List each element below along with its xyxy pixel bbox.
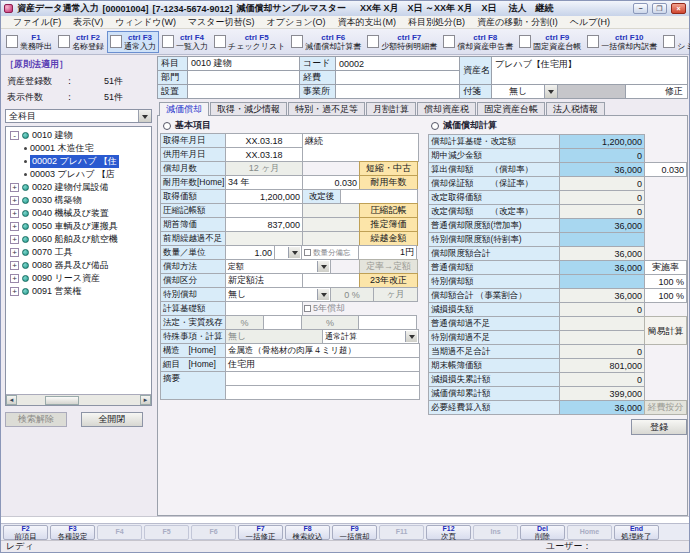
- register-button[interactable]: 登録: [631, 419, 687, 435]
- tree-item[interactable]: + 0020 建物付属設備: [8, 181, 151, 194]
- tree-item[interactable]: - 0010 建物: [8, 129, 151, 142]
- ordinary-limit-value[interactable]: 36,000: [559, 218, 645, 233]
- tab[interactable]: 月割計算: [366, 102, 416, 115]
- shortened-used-button[interactable]: 短縮・中古: [359, 161, 418, 176]
- structure-value[interactable]: 金属造（骨格材の肉厚４ミリ超）: [225, 343, 420, 358]
- tree-expand-icon[interactable]: +: [10, 235, 19, 244]
- edit-mode-label[interactable]: 修正: [626, 85, 687, 98]
- location-value[interactable]: [188, 85, 300, 99]
- tree-item[interactable]: + 0090 リース資産: [8, 272, 151, 285]
- rate-to-straight-button[interactable]: 定率→定額: [359, 259, 418, 274]
- subject-value[interactable]: 0010 建物: [188, 57, 300, 71]
- toolbar-button[interactable]: ctrl F3 通常入力: [107, 31, 159, 53]
- special-dep-value[interactable]: [559, 274, 645, 289]
- menu-item[interactable]: ファイル(F): [7, 16, 67, 29]
- h23-revision-button[interactable]: 23年改正: [359, 273, 418, 288]
- toolbar-button[interactable]: ctrl F8 償却資産申告書: [440, 31, 516, 53]
- function-key-button[interactable]: Ins: [473, 525, 518, 540]
- restore-button[interactable]: ❐: [652, 3, 667, 14]
- toolbar-button[interactable]: ctrl F11 シミュレーションリスト: [660, 31, 690, 53]
- checkbox-icon[interactable]: [304, 249, 311, 256]
- tree-expand-icon[interactable]: +: [10, 196, 19, 205]
- begin-book-value[interactable]: 837,000: [225, 217, 303, 232]
- tree-item[interactable]: 00001 木造住宅: [8, 142, 151, 155]
- tree-item[interactable]: + 0091 営業権: [8, 285, 151, 298]
- use-date-value[interactable]: XX.03.18: [225, 147, 303, 162]
- toolbar-button[interactable]: ctrl F6 減価償却計算書: [288, 31, 364, 53]
- dep-method-select[interactable]: 定額: [225, 259, 331, 274]
- department-value[interactable]: [188, 71, 300, 85]
- calc-mode-select[interactable]: 通常計算: [322, 329, 419, 344]
- account-filter-select[interactable]: 全科目: [5, 109, 152, 123]
- function-key-button[interactable]: End 処理終了: [614, 525, 659, 540]
- useful-life-value[interactable]: 34 年: [225, 175, 303, 190]
- simple-calc-button[interactable]: 簡易計算: [644, 316, 687, 345]
- menu-item[interactable]: 資本的支出(M): [332, 16, 403, 29]
- close-button[interactable]: ×: [671, 3, 686, 14]
- tab[interactable]: 償却資産税: [417, 102, 476, 115]
- tree-item[interactable]: + 0080 器具及び備品: [8, 259, 151, 272]
- special-limit-value[interactable]: [559, 232, 645, 247]
- function-key-button[interactable]: Del 削除: [520, 525, 565, 540]
- qty-value[interactable]: 1.00: [225, 245, 275, 260]
- office-value[interactable]: [336, 85, 460, 99]
- carryover-button[interactable]: 繰越金額: [359, 231, 418, 246]
- calc-base-revised-value[interactable]: 1,200,000: [559, 134, 645, 149]
- function-key-button[interactable]: F5: [144, 525, 189, 540]
- tree-expand-icon[interactable]: +: [10, 183, 19, 192]
- toolbar-button[interactable]: ctrl F7 少額特例明細書: [364, 31, 440, 53]
- calc-base-value[interactable]: [225, 301, 303, 316]
- expense-split-button[interactable]: 経費按分: [644, 400, 687, 415]
- tab[interactable]: 法人税情報: [546, 102, 605, 115]
- expense-value[interactable]: [336, 71, 460, 85]
- scroll-right-icon[interactable]: ►: [140, 395, 151, 405]
- function-key-button[interactable]: F6: [191, 525, 236, 540]
- actual-residual-value[interactable]: [358, 315, 417, 330]
- function-key-button[interactable]: F8 検索絞込: [285, 525, 330, 540]
- function-key-button[interactable]: F2 前項目: [3, 525, 48, 540]
- detail-value[interactable]: 住宅用: [225, 357, 420, 372]
- minimize-button[interactable]: −: [633, 3, 648, 14]
- tree-expand-icon[interactable]: +: [10, 274, 19, 283]
- function-key-button[interactable]: F9 一括償却: [332, 525, 377, 540]
- tab[interactable]: 減価償却: [159, 102, 209, 116]
- menu-item[interactable]: ウィンドウ(W): [109, 16, 182, 29]
- scroll-left-icon[interactable]: ◄: [6, 395, 17, 405]
- function-key-button[interactable]: F4: [97, 525, 142, 540]
- function-key-button[interactable]: F3 各種設定: [50, 525, 95, 540]
- menu-item[interactable]: 科目別処分(B): [402, 16, 471, 29]
- necessary-expense-value[interactable]: 36,000: [559, 400, 645, 415]
- remarks-value-2[interactable]: [225, 385, 420, 400]
- tree-expand-icon[interactable]: +: [10, 222, 19, 231]
- toolbar-button[interactable]: F1 業務呼出: [3, 31, 55, 53]
- function-key-button[interactable]: F12 次頁: [426, 525, 471, 540]
- qty-memo-checkbox[interactable]: 数量分備忘: [301, 245, 359, 260]
- menu-item[interactable]: マスター切替(S): [182, 16, 261, 29]
- menu-item[interactable]: オプション(O): [261, 16, 332, 29]
- tree-horizontal-scrollbar[interactable]: ◄ ►: [6, 394, 151, 405]
- tab[interactable]: 特別・過不足等: [288, 102, 365, 115]
- toolbar-button[interactable]: ctrl F4 一覧入力: [159, 31, 211, 53]
- asset-name-value[interactable]: プレハブ【住宅用】: [492, 57, 688, 85]
- function-key-button[interactable]: F7 一括修正: [238, 525, 283, 540]
- computed-dep-value[interactable]: 36,000: [559, 162, 645, 177]
- toolbar-button[interactable]: ctrl F10 一括償却内訳書: [584, 31, 660, 53]
- tree-item[interactable]: + 0060 船舶及び航空機: [8, 233, 151, 246]
- tree-item[interactable]: + 0030 構築物: [8, 194, 151, 207]
- five-year-checkbox[interactable]: 5年償却: [302, 301, 419, 316]
- acq-cost-value[interactable]: 1,200,000: [225, 189, 303, 204]
- tree-item[interactable]: 00003 プレハブ 【店: [8, 168, 151, 181]
- tree-item[interactable]: + 0070 工具: [8, 246, 151, 259]
- special-dep-select[interactable]: 無し: [225, 287, 331, 302]
- useful-life-button[interactable]: 耐用年数: [359, 175, 418, 190]
- tree-item[interactable]: + 0050 車輌及び運搬具: [8, 220, 151, 233]
- revised-value[interactable]: [340, 189, 418, 204]
- acq-date-value[interactable]: XX.03.18: [225, 133, 303, 148]
- compress-button[interactable]: 圧縮記帳: [359, 203, 418, 218]
- tree-expand-icon[interactable]: +: [10, 261, 19, 270]
- checkbox-icon[interactable]: [304, 305, 311, 312]
- tree-expand-icon[interactable]: -: [10, 131, 19, 140]
- menu-item[interactable]: ヘルプ(H): [564, 16, 616, 29]
- tree-item[interactable]: 00002 プレハブ 【住: [8, 155, 151, 168]
- code-value[interactable]: 00002: [336, 57, 460, 71]
